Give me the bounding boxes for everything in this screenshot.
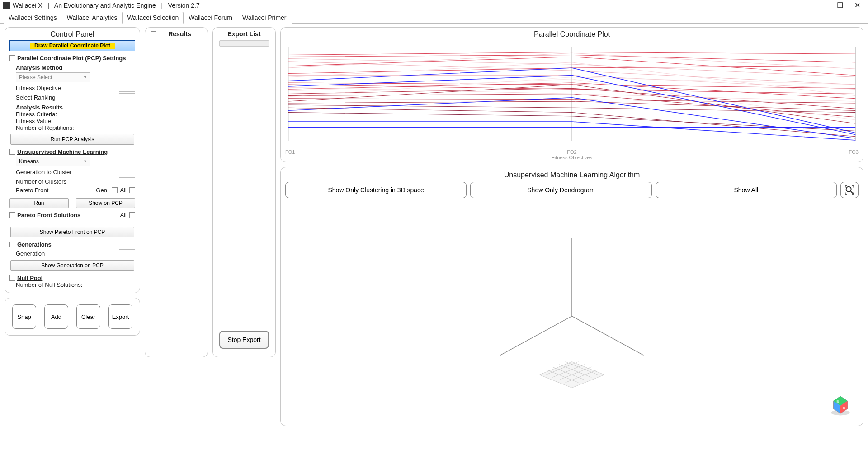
null-pool-heading: Null Pool <box>17 275 42 281</box>
svg-text:R: R <box>843 406 845 410</box>
pcp-settings-heading: Parallel Coordinate Plot (PCP) Settings <box>17 55 126 62</box>
pcp-panel: Parallel Coordinate Plot FO1 FO2 FO3 Fit… <box>280 27 863 162</box>
uml-method-select[interactable]: Kmeans ▼ <box>16 157 90 166</box>
add-button[interactable]: Add <box>44 304 68 329</box>
pcp-chart <box>284 38 859 149</box>
uml-checkbox[interactable] <box>9 149 15 155</box>
results-title: Results <box>154 30 206 38</box>
uml-run-button[interactable]: Run <box>9 198 69 208</box>
generation-label: Generation <box>16 250 119 257</box>
generations-heading: Generations <box>17 241 52 248</box>
tab-forum[interactable]: Wallacei Forum <box>184 12 237 24</box>
fitness-objective-label: Fitness Objective <box>16 85 119 91</box>
fitness-objective-input[interactable] <box>119 84 135 92</box>
pareto-front-all-checkbox[interactable] <box>129 212 135 218</box>
show-pareto-on-pcp-button[interactable]: Show Pareto Front on PCP <box>10 227 134 237</box>
num-clusters-label: Number of Clusters <box>16 178 119 185</box>
pareto-front-heading: Pareto Front Solutions <box>17 212 80 218</box>
uml-show-all-button[interactable]: Show All <box>656 182 837 198</box>
pareto-front-label: Pareto Front <box>16 187 96 194</box>
select-ranking-label: Select Ranking <box>16 94 119 101</box>
svg-text:B: B <box>836 399 839 403</box>
export-progress <box>219 40 269 47</box>
minimize-button[interactable]: ─ <box>818 1 827 9</box>
tab-settings[interactable]: Wallacei Settings <box>4 12 62 24</box>
pcp-axis-fo2: FO2 <box>567 149 576 155</box>
tab-primer[interactable]: Wallacei Primer <box>237 12 292 24</box>
results-panel: Results <box>145 27 208 357</box>
generation-input[interactable] <box>119 249 135 257</box>
chevron-down-icon: ▼ <box>83 75 87 80</box>
num-clusters-input[interactable] <box>119 177 135 185</box>
pareto-gen-checkbox[interactable] <box>112 187 118 193</box>
export-list-title: Export List <box>227 30 260 38</box>
fitness-value-line: Fitness Value: <box>16 118 135 124</box>
pcp-axis-fo3: FO3 <box>849 149 859 155</box>
export-list-panel: Export List Stop Export <box>212 27 276 357</box>
pcp-settings-checkbox[interactable] <box>9 55 15 61</box>
control-panel: Control Panel Draw Parallel Coordinate P… <box>5 27 140 293</box>
snap-button[interactable]: Snap <box>12 304 36 329</box>
magnify-icon <box>844 185 854 195</box>
svg-line-6 <box>500 316 572 355</box>
pcp-axis-fo1: FO1 <box>285 149 295 155</box>
app-icon <box>3 2 10 9</box>
export-button[interactable]: Export <box>108 304 132 329</box>
window-title: Wallacei X | An Evolutionary and Analyti… <box>13 2 200 9</box>
control-panel-title: Control Panel <box>9 30 135 38</box>
svg-line-4 <box>851 191 854 194</box>
pcp-title: Parallel Coordinate Plot <box>284 30 859 38</box>
maximize-button[interactable]: ☐ <box>835 1 844 9</box>
view-gizmo-icon[interactable]: B R <box>829 393 852 417</box>
clear-button[interactable]: Clear <box>76 304 100 329</box>
null-pool-checkbox[interactable] <box>9 275 15 281</box>
gen-to-cluster-input[interactable] <box>119 168 135 176</box>
select-ranking-input[interactable] <box>119 93 135 101</box>
analysis-results-label: Analysis Results <box>16 104 135 111</box>
draw-pcp-button[interactable]: Draw Parallel Coordinate Plot <box>9 40 135 51</box>
pcp-caption: Fitness Objectives <box>284 155 859 160</box>
generations-checkbox[interactable] <box>9 242 15 247</box>
fitness-criteria-line: Fitness Criteria: <box>16 111 135 118</box>
uml-panel: Unsupervised Machine Learning Algorithm … <box>280 167 863 426</box>
uml-show-on-pcp-button[interactable]: Show on PCP <box>76 198 135 208</box>
tab-analytics[interactable]: Wallacei Analytics <box>62 12 123 24</box>
titlebar: Wallacei X | An Evolutionary and Analyti… <box>0 0 868 9</box>
action-panel: Snap Add Clear Export <box>5 298 140 336</box>
null-solutions-line: Number of Null Solutions: <box>16 281 135 288</box>
run-pcp-button[interactable]: Run PCP Analysis <box>10 134 134 145</box>
num-reps-line: Number of Repititions: <box>16 124 135 131</box>
stop-export-button[interactable]: Stop Export <box>219 331 269 349</box>
show-generation-on-pcp-button[interactable]: Show Generation on PCP <box>10 260 134 271</box>
uml-3d-viewport[interactable]: B R <box>285 198 859 421</box>
svg-line-7 <box>572 316 644 355</box>
pareto-front-checkbox[interactable] <box>9 212 15 218</box>
uml-title: Unsupervised Machine Learning Algorithm <box>285 171 859 179</box>
uml-zoom-button[interactable] <box>840 182 859 198</box>
uml-show-3d-button[interactable]: Show Only Clustering in 3D space <box>285 182 467 198</box>
gen-to-cluster-label: Generation to Cluster <box>16 169 119 176</box>
analysis-method-label: Analysis Method <box>16 64 135 71</box>
svg-point-3 <box>846 187 851 192</box>
chevron-down-icon: ▼ <box>83 159 87 164</box>
close-button[interactable]: ✕ <box>853 1 862 9</box>
uml-show-dendrogram-button[interactable]: Show Only Dendrogram <box>470 182 651 198</box>
tab-selection[interactable]: Wallacei Selection <box>122 12 184 24</box>
main-tabs: Wallacei Settings Wallacei Analytics Wal… <box>0 11 868 24</box>
uml-heading: Unsupervised Machine Learning <box>17 148 108 155</box>
analysis-method-select[interactable]: Please Select ▼ <box>16 72 90 82</box>
pareto-all-checkbox[interactable] <box>129 187 135 193</box>
